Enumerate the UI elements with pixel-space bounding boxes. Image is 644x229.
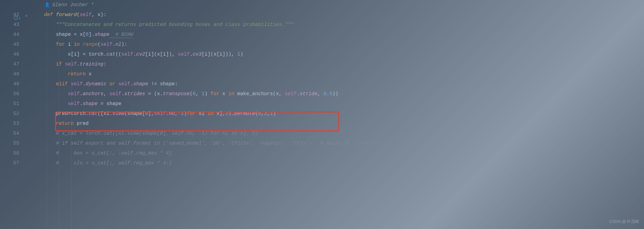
fold-column: ⊟ [25, 0, 31, 229]
code-line[interactable]: return x [32, 69, 644, 79]
line-number: 45 [0, 40, 19, 49]
code-line[interactable]: """Concatenates and returns predicted bo… [32, 20, 644, 30]
code-line[interactable]: if self.training: [32, 59, 644, 69]
line-number: 51 [0, 99, 19, 109]
line-number: 48 [0, 69, 19, 79]
code-line[interactable]: return pred [32, 119, 644, 129]
fold-toggle-icon[interactable]: ⊟ [25, 11, 27, 21]
line-number: 52 [0, 109, 19, 119]
line-number: 56 [0, 148, 19, 158]
code-line[interactable]: self.anchors, self.strides = (x.transpos… [32, 89, 644, 99]
author-annotation: 👤 Glenn Jocher * [32, 0, 644, 10]
code-line[interactable]: # box = x_cat[:, :self.reg_max * 4] [32, 148, 644, 158]
code-line[interactable]: # cls = x_cat[:, self.reg_max * 4:] [32, 158, 644, 168]
code-line[interactable]: for i in range(self.nl): [32, 40, 644, 49]
code-line[interactable]: x[i] = torch.cat((self.cv2[i](x[i]), sel… [32, 49, 644, 59]
code-line[interactable]: # if self.export and self.format in ('sa… [32, 138, 644, 148]
code-line[interactable]: self.shape = shape [32, 99, 644, 109]
code-area[interactable]: 👤 Glenn Jocher * def forward(self, x): "… [31, 0, 644, 229]
editor-container: 42 43 44 45 46 47 48 49 50 51 52 53 54 5… [0, 0, 644, 229]
line-number: 46 [0, 49, 19, 59]
person-icon: 👤 [45, 0, 50, 10]
code-line[interactable]: # x_cat = torch.cat([xi.view(shape[0], s… [32, 129, 644, 138]
gutter-decorations: ↓ [14, 13, 21, 23]
line-number: 47 [0, 59, 19, 69]
code-line[interactable]: pred=torch.cat([xi.view(shape[0],self.no… [32, 109, 644, 119]
gutter-circle-icon [14, 16, 18, 20]
line-number: 54 [0, 129, 19, 138]
line-number: 44 [0, 30, 19, 40]
code-line[interactable]: elif self.dynamic or self.shape != shape… [32, 79, 644, 89]
line-number: 49 [0, 79, 19, 89]
code-line[interactable]: shape = x[0].shape # BCHW [32, 30, 644, 40]
line-number: 50 [0, 89, 19, 99]
line-number: 57 [0, 158, 19, 168]
watermark: CSDN @ 叶茂林 [609, 217, 639, 227]
line-number: 55 [0, 138, 19, 148]
code-line[interactable]: def forward(self, x): [32, 10, 644, 20]
line-number: 53 [0, 119, 19, 129]
line-number-gutter: 42 43 44 45 46 47 48 49 50 51 52 53 54 5… [0, 0, 25, 229]
gutter-arrow-down-icon: ↓ [18, 13, 21, 23]
